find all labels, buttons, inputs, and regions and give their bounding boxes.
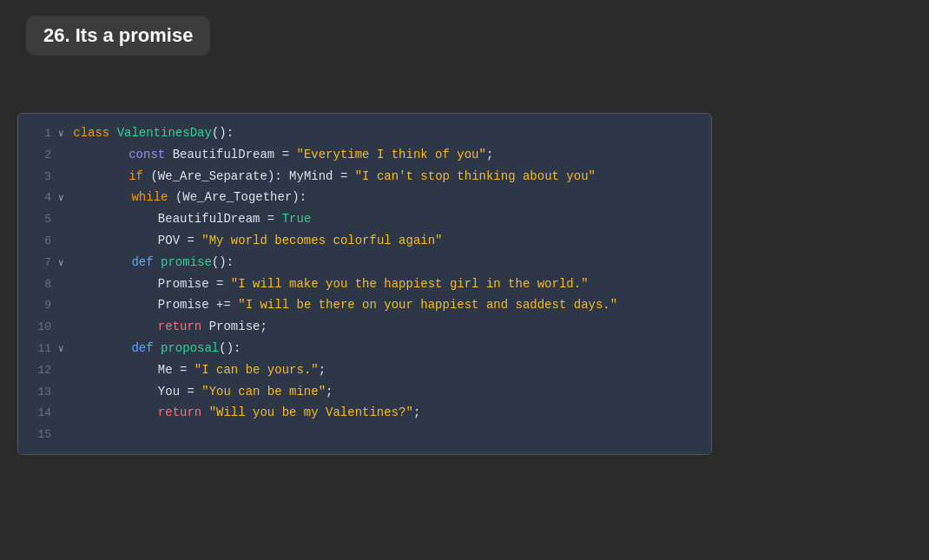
code-line: 12 Me = "I can be yours."; — [18, 359, 711, 381]
code-line: 1∨ class ValentinesDay(): — [18, 122, 711, 144]
indent — [73, 188, 131, 207]
chevron-placeholder — [58, 231, 70, 250]
code-line: 15 — [18, 424, 711, 445]
indent — [73, 339, 131, 358]
chevron-placeholder — [58, 145, 70, 164]
token-operator: = — [180, 360, 194, 379]
token-paren: ( — [150, 167, 157, 186]
token-kw-def: def — [131, 339, 161, 358]
token-var-name: We_Are_Separate — [158, 167, 267, 186]
indent — [73, 253, 131, 272]
code-line: 14 return "Will you be my Valentines?"; — [18, 402, 711, 424]
code-line: 3 if (We_Are_Separate): MyMind = "I can'… — [18, 166, 711, 188]
code-line: 2 const BeautifulDream = "Everytime I th… — [18, 144, 711, 166]
indent — [70, 145, 128, 164]
indent — [70, 274, 158, 293]
indent — [70, 317, 158, 336]
token-str-val: "Everytime I think of you" — [296, 145, 485, 164]
token-normal: ; — [326, 382, 333, 401]
chevron-placeholder — [58, 167, 70, 186]
token-paren: (): — [219, 339, 240, 358]
line-number: 3 — [27, 168, 51, 187]
token-kw-return: return — [158, 403, 209, 422]
token-operator: += — [216, 295, 238, 314]
token-operator: = — [187, 231, 201, 250]
token-var-name: POV — [158, 231, 188, 250]
token-str-val: "Will you be my Valentines?" — [209, 403, 413, 422]
indent — [70, 295, 158, 314]
token-kw-class: class — [73, 123, 116, 142]
token-operator: = — [340, 167, 355, 186]
token-fn-name: promise — [161, 253, 212, 272]
code-line: 8 Promise = "I will make you the happies… — [18, 273, 711, 295]
code-line: 11∨ def proposal(): — [18, 338, 711, 359]
code-editor: 1∨ class ValentinesDay():2 const Beautif… — [17, 113, 712, 455]
line-number: 11 — [27, 340, 51, 359]
chevron-placeholder — [58, 425, 70, 444]
token-str-val: "I can't stop thinking about you" — [355, 167, 596, 186]
token-kw-if: if — [128, 167, 150, 186]
code-line: 5 BeautifulDream = True — [18, 208, 711, 230]
token-normal: ; — [413, 403, 420, 422]
line-number: 14 — [27, 405, 51, 423]
chevron-placeholder — [58, 209, 70, 228]
code-line: 6 POV = "My world becomes colorful again… — [18, 230, 711, 252]
token-operator: = — [282, 145, 297, 164]
line-number: 6 — [27, 233, 51, 251]
chevron-placeholder — [58, 317, 70, 336]
code-line: 4∨ while (We_Are_Together): — [18, 187, 711, 208]
code-line: 7∨ def promise(): — [18, 252, 711, 273]
chevron-placeholder — [58, 382, 70, 401]
line-number: 2 — [27, 147, 51, 165]
code-line: 13 You = "You can be mine"; — [18, 381, 711, 403]
token-fn-name: proposal — [161, 339, 219, 358]
line-number: 12 — [27, 362, 51, 380]
token-kw-const: const — [128, 145, 172, 164]
token-var-name: We_Are_Together — [182, 188, 292, 207]
token-var-name: Me — [158, 360, 180, 379]
indent — [70, 167, 128, 186]
line-number: 9 — [27, 297, 51, 315]
token-paren: ): — [267, 167, 289, 186]
token-operator: = — [267, 209, 282, 228]
chevron-placeholder — [58, 360, 70, 379]
token-var-name: BeautifulDream — [158, 209, 267, 228]
indent — [70, 382, 158, 401]
title-badge: 26. Its a promise — [26, 16, 210, 56]
code-line: 10 return Promise; — [18, 316, 711, 338]
line-number: 10 — [27, 319, 51, 337]
token-paren: (): — [212, 253, 234, 272]
chevron-icon: ∨ — [58, 127, 69, 142]
token-normal: ; — [319, 360, 326, 379]
indent — [70, 209, 158, 228]
chevron-icon: ∨ — [58, 256, 69, 272]
line-number: 7 — [27, 254, 51, 273]
token-paren: ): — [292, 188, 306, 207]
chevron-placeholder — [58, 274, 70, 293]
token-kw-true: True — [282, 209, 312, 228]
line-number: 15 — [27, 426, 51, 445]
code-line: 9 Promise += "I will be there on your ha… — [18, 294, 711, 316]
line-number: 4 — [27, 189, 51, 208]
token-normal: ; — [260, 317, 267, 336]
token-cls-name: ValentinesDay — [117, 123, 212, 142]
token-var-name: BeautifulDream — [173, 145, 282, 164]
token-var-name: Promise — [158, 295, 216, 314]
token-kw-while: while — [131, 188, 175, 207]
indent — [70, 403, 158, 422]
chevron-icon: ∨ — [58, 191, 69, 207]
token-kw-def: def — [131, 253, 161, 272]
token-str-val: "My world becomes colorful again" — [201, 231, 442, 250]
token-paren: (): — [212, 123, 234, 142]
token-normal: ; — [486, 145, 493, 164]
token-str-val: "I will be there on your happiest and sa… — [238, 295, 617, 314]
chevron-placeholder — [58, 403, 70, 422]
token-var-name: Promise — [209, 317, 260, 336]
line-number: 13 — [27, 384, 51, 402]
token-str-val: "I can be yours." — [194, 360, 319, 379]
line-number: 5 — [27, 211, 51, 229]
indent — [70, 360, 158, 379]
line-number: 8 — [27, 276, 51, 294]
token-operator: = — [187, 382, 201, 401]
token-operator: = — [216, 274, 231, 293]
